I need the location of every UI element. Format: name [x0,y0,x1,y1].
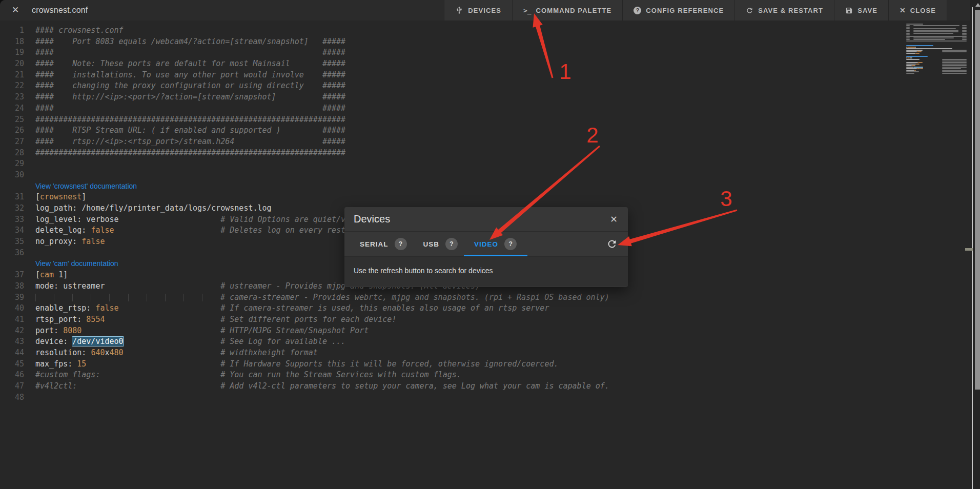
line-number: 46 [0,370,24,381]
config-editor-window: 1#### crowsnest.conf18#### Port 8083 equ… [0,0,980,489]
minimap-line [912,65,915,66]
tab-usb[interactable]: USB ? [415,232,466,256]
line-number: 20 [0,58,24,70]
minimap-line [906,28,910,29]
line-number: 22 [0,80,24,92]
minimap-line [916,64,920,65]
minimap-line [942,51,967,52]
minimap-line [962,30,967,31]
minimap-line [906,40,967,42]
titlebar: ✕ crowsnest.conf DEVICES >_ COMMAND PALE… [0,0,970,21]
line-number: 28 [0,148,24,159]
minimap-line [962,31,967,32]
code-line: 19#### ##### [0,47,970,58]
code-minimap [906,24,967,78]
toolbar-buttons: DEVICES >_ COMMAND PALETTE ? CONFIG REFE… [444,0,947,21]
scrollbar-thumb[interactable] [975,10,980,390]
tab-video[interactable]: VIDEO ? [466,232,525,256]
devices-dialog-hint: Use the refresh button to search for dev… [354,267,493,275]
minimap-line [906,31,910,32]
usb-icon [455,6,463,14]
tab-usb-label: USB [423,240,440,248]
line-number: 21 [0,70,24,81]
close-button-label: CLOSE [910,7,936,14]
save-button[interactable]: SAVE [834,0,888,21]
minimap-line [907,47,915,48]
minimap-line [942,62,967,63]
minimap-line [906,64,916,65]
refresh-devices-button[interactable] [606,238,618,252]
close-icon: ✕ [900,6,906,14]
line-number: 38 [0,281,24,292]
minimap-line [917,51,922,52]
minimap-line [913,25,959,26]
line-number: 36 [0,248,24,259]
minimap-line [906,39,910,40]
save-icon [845,7,853,14]
line-number: 32 [0,203,24,214]
line-number: 23 [0,92,24,103]
indent-guide [54,294,72,301]
tab-video-label: VIDEO [474,240,498,248]
minimap-line [913,30,958,31]
line-number: 25 [0,114,24,126]
devices-button[interactable]: DEVICES [444,0,512,21]
scroll-marker-dash [965,248,973,251]
code-line: 40enable_rtsp: false # If camera-streame… [0,303,970,314]
minimap-line [942,73,967,74]
line-number: 33 [0,214,24,226]
minimap-line [921,68,923,69]
indent-guide [72,294,91,301]
minimap-line [906,50,923,51]
minimap-line [910,57,912,58]
code-line: 31[crowsnest] [0,192,970,203]
line-number: 45 [0,359,24,370]
tab-serial-label: SERIAL [360,240,389,248]
line-number: 29 [0,158,24,170]
minimap-line [906,62,918,63]
line-number: 18 [0,36,24,48]
line-number: 31 [0,192,24,203]
documentation-link[interactable]: View 'cam' documentation [35,259,118,268]
command-palette-button[interactable]: >_ COMMAND PALETTE [512,0,622,21]
line-number: 42 [0,325,24,337]
file-title: crowsnest.conf [32,0,88,21]
code-line: 29 [0,158,970,170]
tab-video-help-badge[interactable]: ? [504,238,517,250]
devices-dialog-close-icon[interactable]: ✕ [610,214,618,225]
code-line: 44resolution: 640x480 # widthxheight for… [0,348,970,359]
line-number: 34 [0,225,24,236]
code-line: 42port: 8080 # HTTP/MJPG Stream/Snapshot… [0,325,970,337]
line-number: 47 [0,381,24,392]
tab-serial-help-badge[interactable]: ? [395,238,407,250]
line-number: 41 [0,314,24,325]
tab-usb-help-badge[interactable]: ? [445,238,458,250]
line-number: 27 [0,136,24,148]
tab-serial[interactable]: SERIAL ? [352,232,415,256]
code-line: 20#### Note: These ports are default for… [0,58,970,70]
minimap-line [913,28,956,29]
window-close-icon[interactable]: ✕ [7,0,24,21]
minimap-line [913,37,954,38]
devices-button-label: DEVICES [468,7,501,14]
devices-dialog-body: Use the refresh button to search for dev… [344,256,628,287]
code-line: 46#custom_flags: # You can run the Strea… [0,370,970,381]
minimap-line [942,65,967,66]
code-line: 39# camera-streamer - Provides webrtc, m… [0,292,970,303]
line-number: 1 [0,25,24,36]
line-number: 26 [0,125,24,136]
minimap-line [906,25,910,26]
minimap-line [913,31,958,32]
scroll-up-arrow-icon[interactable] [975,3,980,7]
minimap-line [962,39,967,40]
indent-guide [183,294,202,301]
minimap-line [906,59,920,60]
minimap-line [915,53,920,54]
minimap-line [906,24,923,25]
minimap-line [906,53,915,54]
code-line: 21#### installations. To use any other p… [0,70,970,81]
documentation-link[interactable]: View 'crowsnest' documentation [35,182,137,190]
save-restart-button[interactable]: SAVE & RESTART [734,0,834,21]
close-button[interactable]: ✕ CLOSE [888,0,947,21]
config-reference-button[interactable]: ? CONFIG REFERENCE [622,0,734,21]
